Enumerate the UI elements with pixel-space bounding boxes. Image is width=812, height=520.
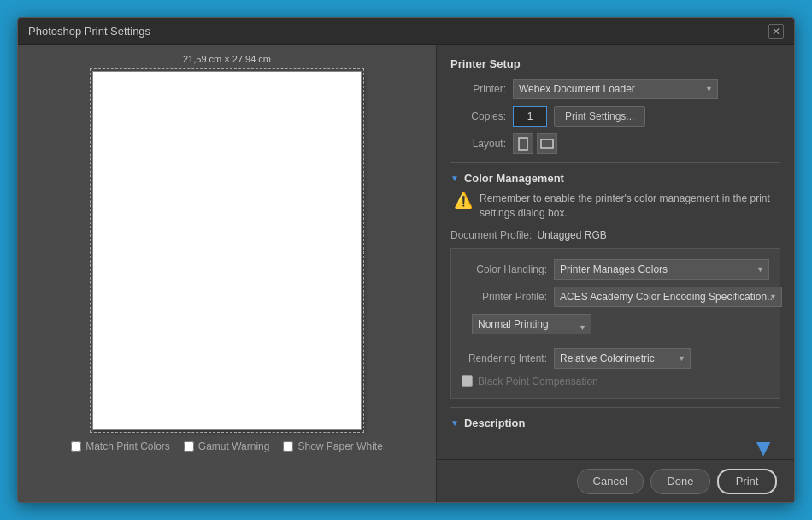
- print-settings-button[interactable]: Print Settings...: [554, 106, 645, 127]
- photoshop-print-dialog: Photoshop Print Settings ✕ 21,59 cm × 27…: [17, 17, 795, 503]
- description-header[interactable]: ▼ Description: [450, 417, 780, 429]
- copies-label: Copies:: [450, 110, 506, 122]
- description-section: ▼ Description ▼: [450, 417, 780, 459]
- bottom-bar: Cancel Done Print: [437, 459, 794, 502]
- color-handling-label: Color Handling:: [462, 263, 547, 275]
- layout-icons: [513, 133, 557, 154]
- svg-rect-0: [519, 138, 527, 150]
- paper-size-label: 21,59 cm × 27,94 cm: [183, 54, 271, 64]
- rendering-intent-row: Rendering Intent: Relative Colorimetric: [462, 348, 769, 369]
- printer-select[interactable]: Webex Document Loader: [513, 79, 718, 99]
- layout-label: Layout:: [450, 138, 506, 150]
- portrait-icon: [517, 137, 529, 151]
- match-print-colors-checkbox[interactable]: [71, 441, 81, 452]
- printer-row: Printer: Webex Document Loader: [450, 79, 780, 99]
- color-handling-select-wrapper: Printer Manages Colors: [554, 259, 769, 280]
- copies-row: Copies: 1 Print Settings...: [450, 106, 780, 127]
- show-paper-white-checkbox[interactable]: [283, 441, 293, 452]
- close-button[interactable]: ✕: [768, 24, 784, 39]
- right-scroll-area[interactable]: Printer Setup Printer: Webex Document Lo…: [437, 45, 794, 459]
- match-print-colors-label[interactable]: Match Print Colors: [71, 440, 170, 452]
- document-profile-label: Document Profile:: [450, 229, 532, 241]
- paper-preview: [92, 71, 362, 430]
- printer-label: Printer:: [450, 83, 506, 95]
- arrow-down-container: ▼: [450, 436, 775, 459]
- divider-1: [450, 162, 780, 163]
- printer-select-wrapper: Webex Document Loader: [513, 79, 718, 99]
- color-management-title: Color Management: [464, 172, 564, 185]
- rendering-intent-select[interactable]: Relative Colorimetric: [554, 348, 691, 369]
- rendering-intent-select-wrapper: Relative Colorimetric: [554, 348, 691, 369]
- normal-printing-row: Normal Printing: [467, 314, 769, 341]
- gamut-warning-checkbox[interactable]: [184, 441, 194, 452]
- print-button[interactable]: Print: [717, 469, 777, 494]
- warning-text: Remember to enable the printer's color m…: [480, 192, 780, 221]
- dialog-title: Photoshop Print Settings: [28, 25, 150, 38]
- down-arrow-icon: ▼: [751, 436, 775, 459]
- normal-printing-select-wrapper: Normal Printing: [467, 314, 591, 341]
- normal-printing-select[interactable]: Normal Printing: [472, 314, 591, 334]
- description-arrow-icon: ▼: [450, 418, 459, 428]
- paper-border: [90, 68, 364, 433]
- right-panel: Printer Setup Printer: Webex Document Lo…: [437, 45, 794, 502]
- black-point-row: Black Point Compensation: [462, 375, 769, 387]
- document-profile-value: Untagged RGB: [537, 229, 606, 241]
- cancel-button[interactable]: Cancel: [577, 469, 644, 494]
- printer-profile-select-wrapper: ACES Academy Color Encoding Specificatio…: [554, 287, 782, 307]
- black-point-checkbox[interactable]: [462, 375, 473, 387]
- copies-input[interactable]: 1: [513, 106, 547, 127]
- layout-portrait-button[interactable]: [513, 133, 533, 154]
- description-title: Description: [464, 417, 526, 429]
- color-management-header[interactable]: ▼ Color Management: [450, 172, 780, 185]
- printer-profile-label: Printer Profile:: [462, 291, 547, 303]
- printer-profile-select[interactable]: ACES Academy Color Encoding Specificatio…: [554, 287, 782, 307]
- left-panel: 21,59 cm × 27,94 cm Match Print Colors G…: [18, 45, 437, 502]
- warning-box: ⚠️ Remember to enable the printer's colo…: [454, 192, 780, 221]
- rendering-intent-label: Rendering Intent:: [462, 352, 547, 364]
- warning-icon: ⚠️: [454, 192, 473, 208]
- show-paper-white-label[interactable]: Show Paper White: [283, 440, 382, 452]
- printer-setup-title: Printer Setup: [450, 57, 780, 70]
- gamut-warning-label[interactable]: Gamut Warning: [184, 440, 270, 452]
- document-profile-row: Document Profile: Untagged RGB: [450, 229, 780, 241]
- layout-landscape-button[interactable]: [537, 133, 557, 154]
- landscape-icon: [540, 138, 554, 150]
- preview-checkboxes: Match Print Colors Gamut Warning Show Pa…: [71, 440, 383, 452]
- svg-rect-1: [541, 139, 553, 148]
- color-handling-row: Color Handling: Printer Manages Colors: [462, 259, 769, 280]
- main-content: 21,59 cm × 27,94 cm Match Print Colors G…: [18, 45, 794, 502]
- printer-profile-row: Printer Profile: ACES Academy Color Enco…: [462, 287, 769, 307]
- collapse-arrow-icon: ▼: [450, 174, 459, 183]
- done-button[interactable]: Done: [650, 469, 710, 494]
- black-point-label: Black Point Compensation: [478, 375, 598, 387]
- divider-2: [450, 407, 780, 408]
- title-bar: Photoshop Print Settings ✕: [18, 18, 794, 45]
- layout-row: Layout:: [450, 133, 780, 154]
- color-handling-select[interactable]: Printer Manages Colors: [554, 259, 769, 280]
- color-management-box: Color Handling: Printer Manages Colors P…: [450, 248, 780, 399]
